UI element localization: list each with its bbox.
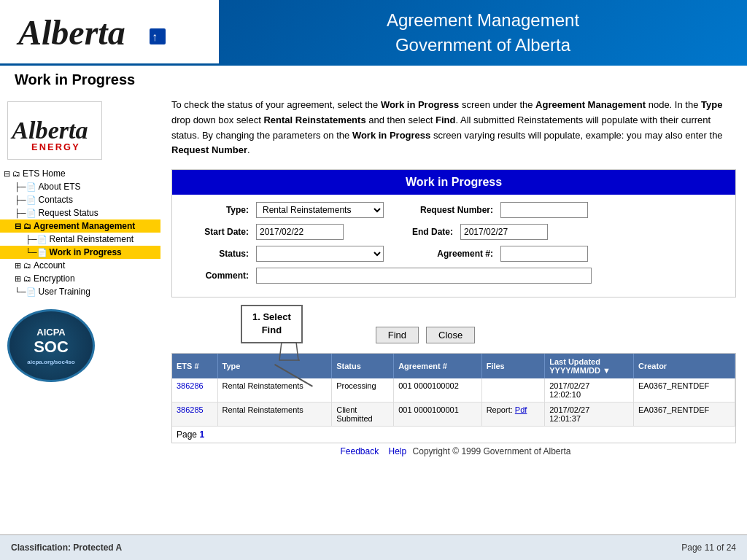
alberta-logo: Alberta ↑: [15, 7, 175, 58]
sidebar-item-request-status[interactable]: ├─📄 Request Status: [0, 206, 160, 219]
aicpa-subtitle: aicpa.org/soc4so: [27, 359, 74, 365]
end-date-input[interactable]: [460, 224, 548, 240]
pdf-link[interactable]: Pdf: [515, 405, 527, 414]
callout-wrapper: 1. SelectFind: [241, 305, 303, 343]
sidebar-item-account[interactable]: ⊞ 🗂 Account: [0, 259, 160, 272]
pagination-row: Page 1: [172, 427, 735, 443]
sidebar-item-agreement-management[interactable]: ⊟ 🗂 Agreement Management: [0, 219, 160, 233]
callout-buttons-row: 1. SelectFind Find Close: [171, 305, 736, 349]
header-logo-section: Alberta ↑: [0, 0, 219, 66]
header-title-section: Agreement Management Government of Alber…: [219, 0, 747, 66]
doc-icon: └─📄: [26, 248, 47, 257]
sidebar-item-work-in-progress[interactable]: └─📄 Work in Progress: [0, 246, 160, 259]
folder-open-icon: ⊟: [15, 222, 21, 231]
sidebar-item-label: Agreement Management: [34, 221, 135, 231]
form-row-dates: Start Date: End Date:: [183, 224, 724, 240]
sidebar-item-label: Account: [34, 260, 65, 271]
results-container: ETS # Type Status Agreement # Files Last…: [171, 353, 736, 443]
start-date-input[interactable]: [256, 224, 344, 240]
svg-text:ENERGY: ENERGY: [31, 141, 80, 152]
wip-form-container: Work in Progress Type: Rental Reinstatem…: [171, 169, 736, 298]
doc-icon: ├─📄: [15, 182, 36, 192]
aicpa-badge: AICPA SOC aicpa.org/soc4so: [7, 309, 95, 382]
type-select[interactable]: Rental Reinstatements Other: [256, 202, 384, 218]
form-row-comment: Comment:: [183, 268, 724, 284]
sidebar-energy-logo: Alberta ENERGY: [7, 101, 102, 160]
find-button[interactable]: Find: [376, 327, 419, 343]
svg-text:Alberta: Alberta: [16, 13, 125, 52]
folder-icon: ⊟: [4, 169, 10, 179]
cell-agreement: 001 0000100002: [394, 378, 482, 402]
sidebar-item-about-ets[interactable]: ├─📄 About ETS: [0, 180, 160, 193]
doc-icon: ├─📄: [15, 195, 36, 205]
page-label: Page: [177, 429, 197, 440]
cell-files: Report: Pdf: [481, 402, 545, 426]
svg-text:Alberta: Alberta: [10, 117, 88, 144]
description-text: To check the status of your agreement, s…: [171, 98, 736, 158]
folder2-icon: 🗂: [12, 169, 20, 178]
comment-label: Comment:: [183, 271, 249, 281]
energy-logo-svg: Alberta ENERGY: [8, 107, 101, 154]
cell-agreement: 001 0000100001: [394, 402, 482, 426]
cell-type: Rental Reinstatements: [217, 402, 332, 426]
comment-input[interactable]: [256, 268, 592, 284]
cell-creator: EA0367_RENTDEF: [634, 402, 735, 426]
status-select[interactable]: [256, 246, 384, 262]
folder-plus-icon: ⊞: [15, 261, 21, 271]
cell-status: ClientSubmitted: [332, 402, 394, 426]
sidebar-item-label: Rental Reinstatement: [50, 234, 133, 244]
request-number-input[interactable]: [500, 202, 588, 218]
help-link[interactable]: Help: [389, 446, 407, 456]
agreement-num-label: Agreement #:: [413, 249, 493, 259]
agreement-num-group: Agreement #:: [413, 246, 588, 262]
table-row: 386285 Rental Reinstatements ClientSubmi…: [172, 402, 735, 426]
feedback-link[interactable]: Feedback: [340, 446, 379, 456]
cell-type: Rental Reinstatements: [217, 378, 332, 402]
sidebar-item-encryption[interactable]: ⊞ 🗂 Encryption: [0, 272, 160, 285]
col-type: Type: [217, 354, 332, 378]
doc-icon: └─📄: [15, 287, 36, 297]
agreement-num-input[interactable]: [500, 246, 588, 262]
sidebar-item-rental-reinstatement[interactable]: ├─📄 Rental Reinstatement: [0, 233, 160, 246]
type-label: Type:: [183, 205, 249, 215]
page-number: 1: [199, 429, 204, 440]
sidebar-item-ets-home[interactable]: ⊟ 🗂 ETS Home: [0, 167, 160, 180]
cell-creator: EA0367_RENTDEF: [634, 378, 735, 402]
col-last-updated: Last UpdatedYYYY/MM/DD ▼: [545, 354, 634, 378]
sidebar-item-label: ETS Home: [23, 168, 66, 179]
close-button[interactable]: Close: [426, 327, 475, 343]
request-number-label: Request Number:: [413, 205, 493, 215]
sidebar-item-user-training[interactable]: └─📄 User Training: [0, 285, 160, 298]
sidebar-item-contacts[interactable]: ├─📄 Contacts: [0, 193, 160, 206]
doc-icon: ├─📄: [26, 235, 47, 244]
status-label: Status:: [183, 249, 249, 259]
bottom-bar: Classification: Protected A Page 11 of 2…: [0, 534, 747, 560]
col-creator: Creator: [634, 354, 735, 378]
start-date-label: Start Date:: [183, 227, 249, 237]
form-buttons: Find Close: [376, 327, 476, 343]
col-agreement: Agreement #: [394, 354, 482, 378]
form-row-status: Status: Agreement #:: [183, 246, 724, 262]
end-date-label: End Date:: [373, 227, 453, 237]
footer-links: Feedback Help Copyright © 1999 Governmen…: [171, 443, 736, 459]
sidebar: Alberta ENERGY ⊟ 🗂 ETS Home ├─📄 About ET…: [0, 94, 160, 537]
alberta-logo-svg: Alberta ↑: [15, 7, 175, 58]
cell-files: [481, 378, 545, 402]
folder3-icon: 🗂: [23, 222, 31, 230]
callout-arrow-svg: [278, 342, 300, 364]
col-ets: ETS #: [172, 354, 217, 378]
page-indicator: Page 11 of 24: [681, 542, 736, 553]
callout-box: 1. SelectFind: [241, 305, 303, 343]
wip-form-title: Work in Progress: [172, 170, 735, 195]
request-number-group: Request Number:: [413, 202, 588, 218]
wip-form-body: Type: Rental Reinstatements Other Reques…: [172, 195, 735, 297]
main-content: To check the status of your agreement, s…: [160, 94, 747, 537]
cell-status: Processing: [332, 378, 394, 402]
classification-label: Classification: Protected A: [11, 542, 122, 553]
table-header-row: ETS # Type Status Agreement # Files Last…: [172, 354, 735, 378]
cell-last-updated: 2017/02/2712:02:10: [545, 378, 634, 402]
sidebar-item-label: User Training: [39, 287, 90, 297]
folder-plus2-icon: ⊞: [15, 274, 21, 284]
aicpa-text: AICPA: [36, 327, 65, 338]
table-row: 386286 Rental Reinstatements Processing …: [172, 378, 735, 402]
